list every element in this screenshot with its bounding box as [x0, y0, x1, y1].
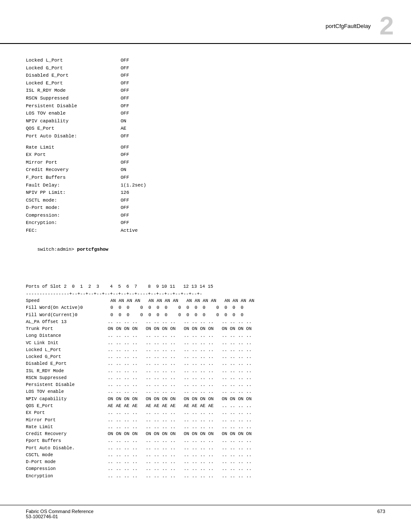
- table-row: EX Port .. .. .. .. .. .. .. .. .. .. ..…: [26, 409, 385, 416]
- table-row: Disabled E_Port .. .. .. .. .. .. .. .. …: [26, 360, 385, 367]
- table-row: AL_PA Offset 13 .. .. .. .. .. .. .. .. …: [26, 318, 385, 325]
- config-param-name: Locked L_Port: [26, 57, 121, 65]
- table-row-label: Mirror Port: [26, 417, 108, 423]
- table-row-label: EX Port: [26, 409, 108, 416]
- config-param-value: OFF: [121, 65, 129, 72]
- table-row-label: ISL R_RDY Mode: [26, 367, 108, 374]
- table-row: NPIV capability ON ON ON ON ON ON ON ON …: [26, 395, 385, 402]
- command-text: portcfgshow: [77, 247, 109, 252]
- config-param-value: OFF: [121, 87, 129, 95]
- table-row-label: Credit Recovery: [26, 430, 108, 437]
- table-row-values: .. .. .. .. .. .. .. .. .. .. .. .. .. .…: [108, 473, 252, 479]
- table-row-values: ON ON ON ON ON ON ON ON ON ON ON ON ON O…: [108, 325, 252, 332]
- table-row-values: .. .. .. .. .. .. .. .. .. .. .. .. .. .…: [108, 332, 252, 339]
- config-param-name: Encryption:: [26, 219, 121, 227]
- config-line: D-Port mode:OFF: [26, 204, 385, 212]
- table-row-label: Long Distance: [26, 332, 108, 339]
- table-row-values: .. .. .. .. .. .. .. .. .. .. .. .. .. .…: [108, 346, 252, 353]
- footer-doc-number: 53-1002746-01: [26, 514, 93, 519]
- config-line: Locked L_PortOFF: [26, 57, 385, 65]
- config-param-value: OFF: [121, 110, 129, 118]
- config-param-name: F_Port Buffers: [26, 174, 121, 182]
- table-row-label: Port Auto Disable.: [26, 445, 108, 451]
- table-row-values: .. .. .. .. .. .. .. .. .. .. .. .. .. .…: [108, 458, 252, 465]
- config-param-name: Locked E_Port: [26, 80, 121, 87]
- config-line: Mirror PortOFF: [26, 159, 385, 167]
- main-content: Locked L_PortOFFLocked G_PortOFFDisabled…: [0, 44, 411, 492]
- table-row-values: .. .. .. .. .. .. .. .. .. .. .. .. .. .…: [108, 360, 252, 367]
- footer-page-number: 673: [377, 509, 385, 519]
- config-param-name: FEC:: [26, 227, 121, 235]
- config-param-value: Active: [121, 227, 138, 235]
- config-param-value: OFF: [121, 144, 129, 152]
- config-section: Locked L_PortOFFLocked G_PortOFFDisabled…: [26, 57, 385, 235]
- page-header: portCfgFaultDelay 2: [0, 0, 411, 44]
- table-row: VC Link Init .. .. .. .. .. .. .. .. .. …: [26, 339, 385, 346]
- config-param-name: D-Port mode:: [26, 204, 121, 212]
- table-row-values: 0 0 0 0 0 0 0 0 0 0 0 0 0 0 0: [108, 311, 243, 318]
- config-param-value: ON: [121, 118, 126, 125]
- config-param-name: Credit Recovery: [26, 166, 121, 174]
- table-row: Encryption .. .. .. .. .. .. .. .. .. ..…: [26, 473, 385, 479]
- table-row-label: Fport Buffers: [26, 437, 108, 444]
- config-param-name: Port Auto Disable:: [26, 133, 121, 140]
- config-line: NPIV PP Limit:126: [26, 189, 385, 197]
- table-row: Mirror Port .. .. .. .. .. .. .. .. .. .…: [26, 417, 385, 423]
- table-row: Locked G_Port .. .. .. .. .. .. .. .. ..…: [26, 353, 385, 360]
- config-param-value: ON: [121, 166, 126, 174]
- config-line: NPIV capabilityON: [26, 118, 385, 125]
- table-row: CSCTL mode .. .. .. .. .. .. .. .. .. ..…: [26, 451, 385, 458]
- config-line: Rate LimitOFF: [26, 144, 385, 152]
- table-header-line: Ports of Slot 2 0 1 2 3 4 5 6 7 8 9 10 1…: [26, 283, 385, 290]
- config-param-value: 126: [121, 189, 129, 197]
- table-row-values: ON ON ON ON ON ON ON ON ON ON ON ON ON O…: [108, 430, 252, 437]
- config-param-name: EX Port: [26, 151, 121, 159]
- table-row-label: QOS E_Port: [26, 402, 108, 409]
- table-row-label: Rate Limit: [26, 423, 108, 430]
- table-row: Long Distance .. .. .. .. .. .. .. .. ..…: [26, 332, 385, 339]
- config-line: QOS E_PortAE: [26, 125, 385, 133]
- table-row-label: Fill Word(Current)0: [26, 311, 108, 318]
- config-param-value: OFF: [121, 103, 129, 110]
- config-param-value: OFF: [121, 174, 129, 182]
- table-row: Fill Word(Current)0 0 0 0 0 0 0 0 0 0 0 …: [26, 311, 385, 318]
- config-param-name: Fault Delay:: [26, 182, 121, 190]
- table-row-values: .. .. .. .. .. .. .. .. .. .. .. .. .. .…: [108, 339, 252, 346]
- table-row-label: RSCN Suppressed: [26, 374, 108, 381]
- table-row: Fport Buffers .. .. .. .. .. .. .. .. ..…: [26, 437, 385, 444]
- config-param-value: OFF: [121, 72, 129, 80]
- table-section: Ports of Slot 2 0 1 2 3 4 5 6 7 8 9 10 1…: [26, 262, 385, 479]
- table-row-label: Persistent Disable: [26, 381, 108, 388]
- config-line: FEC:Active: [26, 227, 385, 235]
- table-row-values: .. .. .. .. .. .. .. .. .. .. .. .. .. .…: [108, 388, 252, 395]
- table-row-label: Locked G_Port: [26, 353, 108, 360]
- config-param-value: 1(1.2sec): [121, 182, 146, 190]
- table-row: D-Port mode .. .. .. .. .. .. .. .. .. .…: [26, 458, 385, 465]
- config-param-name: Disabled E_Port: [26, 72, 121, 80]
- config-param-name: QOS E_Port: [26, 125, 121, 133]
- config-param-name: Compression:: [26, 212, 121, 220]
- config-line: Encryption:OFF: [26, 219, 385, 227]
- table-row-label: VC Link Init: [26, 339, 108, 346]
- config-param-name: ISL R_RDY Mode: [26, 87, 121, 95]
- table-row-values: .. .. .. .. .. .. .. .. .. .. .. .. .. .…: [108, 423, 252, 430]
- footer-doc-title: Fabric OS Command Reference: [26, 509, 93, 514]
- chapter-number: 2: [380, 13, 394, 39]
- config-line: ISL R_RDY ModeOFF: [26, 87, 385, 95]
- config-line: Locked G_PortOFF: [26, 65, 385, 72]
- command-line: switch:admin> portcfgshow: [26, 242, 385, 257]
- table-row-values: .. .. .. .. .. .. .. .. .. .. .. .. .. .…: [108, 381, 252, 388]
- table-row-values: ON ON ON ON ON ON ON ON ON ON ON ON ON O…: [108, 395, 252, 402]
- config-line: EX PortOFF: [26, 151, 385, 159]
- config-line: LOS TOV enableOFF: [26, 110, 385, 118]
- table-row: QOS E_Port AE AE AE AE AE AE AE AE AE AE…: [26, 402, 385, 409]
- page-footer: Fabric OS Command Reference 53-1002746-0…: [0, 505, 411, 519]
- table-row-label: Fill Word(On Active)0: [26, 304, 108, 311]
- table-row-label: Trunk Port: [26, 325, 108, 332]
- table-row-values: .. .. .. .. .. .. .. .. .. .. .. .. .. .…: [108, 374, 252, 381]
- table-row: Compression .. .. .. .. .. .. .. .. .. .…: [26, 465, 385, 472]
- table-row-label: Encryption: [26, 473, 108, 479]
- config-param-value: OFF: [121, 197, 129, 205]
- table-row-values: .. .. .. .. .. .. .. .. .. .. .. .. .. .…: [108, 353, 252, 360]
- table-row-label: Locked L_Port: [26, 346, 108, 353]
